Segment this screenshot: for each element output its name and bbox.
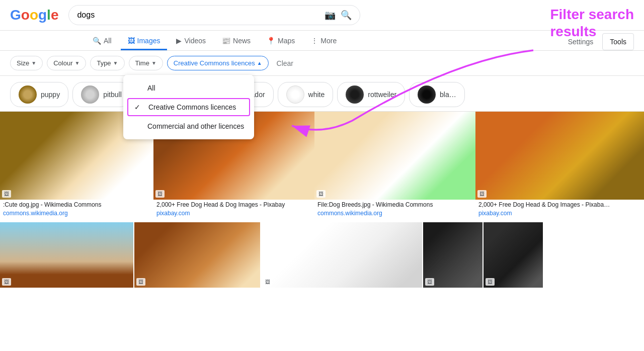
tab-all[interactable]: 🔍 All [86,33,119,50]
chip-rottweiler-img [346,85,364,104]
chip-rottweiler[interactable]: rottweiler [337,82,405,107]
image-icon-8: 🖼 [425,278,434,286]
chip-black-img [418,85,436,104]
nav-tabs: 🔍 All 🖼 Images ▶ Videos 📰 News 📍 Maps ⋮ … [0,31,644,51]
image-card-7[interactable]: 🖼 [261,222,422,288]
image-icon-4: 🖼 [477,190,487,198]
licence-dropdown: All ✓ Creative Commons licences Commerci… [123,75,254,139]
image-url-2: pixabay.com [153,210,314,217]
image-card-5[interactable]: 🖼 [0,222,133,288]
image-card-8[interactable]: 🖼 [423,222,482,288]
image-grid-row2: 🖼 🖼 🖼 🖼 🖼 [0,222,644,288]
tab-images-label: Images [137,37,160,45]
image-url-1: commons.wikimedia.org [0,210,153,217]
chips-row: puppy pitbull german… labrador white rot… [0,76,644,112]
tab-more[interactable]: ⋮ More [304,33,344,50]
size-filter[interactable]: Size ▼ [10,56,43,70]
image-source-3: File:Dog Breeds.jpg - Wikimedia Commons [314,200,475,210]
tab-videos[interactable]: ▶ Videos [169,33,213,50]
annotation-container: Filter search results [550,6,634,40]
image-col-small: 🖼 🖼 [423,222,544,288]
image-card-3[interactable]: 🖼 [314,112,475,200]
search-glass-icon[interactable]: 🔍 [341,10,352,21]
chip-white-label: white [308,91,325,99]
type-label: Type [97,59,111,67]
time-chevron-icon: ▼ [151,60,156,66]
image-col-4: 🖼 2,000+ Free Dog Head & Dog Images - Pi… [475,112,644,222]
colour-chevron-icon: ▼ [75,60,80,66]
tab-news-label: News [233,37,251,45]
image-icon-6: 🖼 [136,278,145,286]
size-chevron-icon: ▼ [31,60,36,66]
annotation-line1: Filter search [550,6,634,23]
image-icon-5: 🖼 [2,278,11,286]
image-source-2: 2,000+ Free Dog Head & Dog Images - Pixa… [153,200,314,210]
image-icon-3: 🖼 [316,190,326,198]
all-icon: 🔍 [93,37,101,45]
chip-black[interactable]: bla… [409,82,465,107]
maps-icon: 📍 [267,37,275,45]
type-chevron-icon: ▼ [113,60,118,66]
licence-chevron-icon: ▲ [257,60,262,66]
dropdown-item-commercial-label: Commercial and other licences [147,122,244,130]
tab-maps[interactable]: 📍 Maps [260,33,302,50]
image-icon-7: 🖼 [263,278,272,286]
size-label: Size [17,59,29,67]
images-icon: 🖼 [128,37,135,45]
colour-filter[interactable]: Colour ▼ [47,56,86,70]
chip-pitbull-img [81,85,99,104]
image-url-3: commons.wikimedia.org [314,210,475,217]
check-icon-all [133,84,141,92]
dropdown-item-cc-label: Creative Commons licences [148,103,236,111]
dropdown-item-cc[interactable]: ✓ Creative Commons licences [127,98,250,116]
chip-pitbull[interactable]: pitbull [72,82,130,107]
dropdown-item-all-label: All [147,84,155,92]
filter-bar: Size ▼ Colour ▼ Type ▼ Time ▼ Creative C… [0,51,644,76]
search-input[interactable]: dogs [77,11,319,20]
check-icon-commercial [133,122,141,130]
image-source-4: 2,000+ Free Dog Head & Dog Images - Pixa… [475,200,644,210]
licence-label: Creative Commons licences [174,59,255,67]
image-col-3: 🖼 File:Dog Breeds.jpg - Wikimedia Common… [314,112,475,222]
image-card-4[interactable]: 🖼 [475,112,644,200]
search-bar: dogs 📷 🔍 [68,5,360,25]
tab-images[interactable]: 🖼 Images [121,33,168,50]
time-filter[interactable]: Time ▼ [129,56,163,70]
image-icon-9: 🖼 [486,278,495,286]
chip-black-label: bla… [440,91,456,99]
dropdown-item-commercial[interactable]: Commercial and other licences [123,117,254,135]
dropdown-item-all[interactable]: All [123,79,254,97]
image-card-6[interactable]: 🖼 [134,222,260,288]
image-grid-row1: 🖼 :Cute dog.jpg - Wikimedia Commons comm… [0,112,644,222]
chip-puppy[interactable]: puppy [10,82,68,107]
image-icon-1: 🖼 [2,190,11,198]
time-label: Time [135,59,149,67]
more-icon: ⋮ [311,37,318,45]
chip-rottweiler-label: rottweiler [368,91,396,99]
tab-maps-label: Maps [278,37,295,45]
tab-more-label: More [320,37,337,45]
image-url-4: pixabay.com [475,210,644,217]
clear-button[interactable]: Clear [277,59,293,67]
chip-puppy-img [19,85,37,104]
camera-icon[interactable]: 📷 [325,10,336,21]
google-logo[interactable]: Google [10,7,58,23]
search-icons: 📷 🔍 [325,10,352,21]
header: Google dogs 📷 🔍 [0,0,644,31]
colour-label: Colour [53,59,72,67]
image-card-9[interactable]: 🖼 [484,222,543,288]
tab-news[interactable]: 📰 News [215,33,258,50]
annotation-line2: results [550,23,634,40]
news-icon: 📰 [222,37,230,45]
chip-pitbull-label: pitbull [103,91,122,99]
image-source-1: :Cute dog.jpg - Wikimedia Commons [0,200,153,210]
type-filter[interactable]: Type ▼ [90,56,124,70]
tab-videos-label: Videos [184,37,206,45]
chip-white[interactable]: white [278,82,334,107]
check-icon-cc: ✓ [134,103,142,111]
chip-puppy-label: puppy [41,91,60,99]
image-icon-2: 🖼 [155,190,165,198]
videos-icon: ▶ [176,37,182,45]
licence-filter[interactable]: Creative Commons licences ▲ [167,56,269,70]
chip-white-img [286,85,304,104]
